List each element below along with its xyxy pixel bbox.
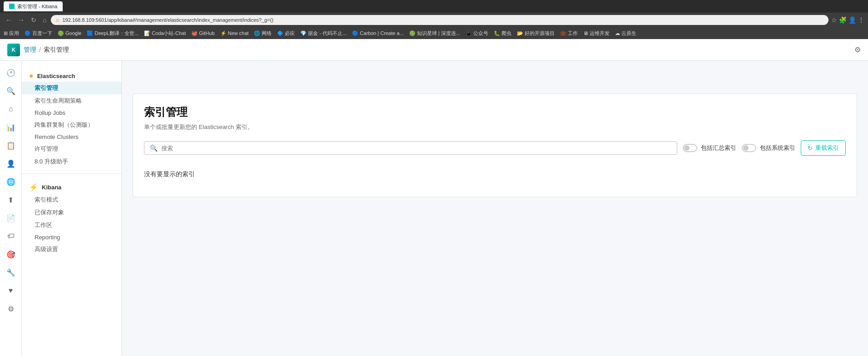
bookmark-bing[interactable]: 🔷 必应	[277, 30, 295, 37]
sidebar-icon-upload[interactable]: ⬆	[3, 192, 19, 208]
browser-chrome: 索引管理 - Kibana ← → ↻ ⌂ ⚠ 192.168.8.109:56…	[0, 0, 868, 27]
left-nav-panel: ● Elasticsearch 索引管理 索引生命周期策略 Rollup Job…	[22, 61, 122, 356]
bookmark-google[interactable]: 🟢 Google	[58, 30, 81, 36]
kibana-section-icon: ⚡	[29, 183, 38, 192]
bookmark-jujin[interactable]: 💎 据金 - 代码不止...	[300, 30, 347, 37]
main-content-area: 索引管理 单个或批量更新您的 Elasticsearch 索引。 🔍 包括汇总索…	[122, 83, 868, 356]
sidebar-icon-home[interactable]: ⌂	[3, 101, 19, 117]
bookmark-gongzhonghao[interactable]: 📱 公众号	[466, 30, 488, 37]
user-profile-icon[interactable]: 👤	[848, 16, 856, 24]
extension-icon[interactable]: 🧩	[839, 16, 847, 24]
breadcrumb-separator: /	[39, 46, 41, 54]
toggle-system: 包括系统索引	[742, 144, 795, 152]
sidebar-icon-globe[interactable]: 🌐	[3, 173, 19, 190]
toggle-rollup-oval[interactable]	[683, 144, 697, 152]
toggle-rollup-switch[interactable]: 包括汇总索引	[683, 144, 736, 152]
browser-tabs: 索引管理 - Kibana	[0, 0, 868, 13]
bookmark-opensource[interactable]: 📂 好的开源项目	[517, 30, 555, 37]
bookmark-work[interactable]: 💼 工作	[560, 30, 578, 37]
bookmark-yunnaative[interactable]: ☁ 云原生	[615, 30, 636, 37]
toggle-rollup-label: 包括汇总索引	[701, 144, 736, 152]
nav-item-reporting[interactable]: Reporting	[22, 232, 121, 243]
empty-state-message: 没有要显示的索引	[144, 170, 195, 178]
kibana-logo: K	[7, 44, 20, 56]
nav-item-rollup-jobs[interactable]: Rollup Jobs	[22, 107, 121, 119]
bookmark-github[interactable]: 🐙 GitHub	[191, 30, 214, 36]
sidebar-icon-recents[interactable]: 🕐	[3, 64, 19, 81]
sidebar-icon-search[interactable]: 🔍	[3, 83, 19, 99]
reload-button-label: 重载索引	[815, 144, 839, 152]
nav-item-license[interactable]: 许可管理	[22, 143, 121, 155]
header-right: ⚙	[854, 45, 861, 54]
sidebar-icon-alerts[interactable]: 🎯	[3, 246, 19, 262]
sidebar-icon-discover[interactable]: 📊	[3, 119, 19, 135]
browser-toolbar: ← → ↻ ⌂ ⚠ 192.168.8.109:5601/app/kibana#…	[0, 13, 868, 27]
bookmark-zhishi[interactable]: 🟢 知识星球 | 深度连...	[409, 30, 460, 37]
toggle-system-switch[interactable]: 包括系统索引	[742, 144, 795, 152]
bookmark-network[interactable]: 🌐 网络	[254, 30, 272, 37]
breadcrumb-current: 索引管理	[44, 46, 69, 54]
home-button[interactable]: ⌂	[41, 15, 48, 25]
sidebar-icon-tags[interactable]: 🏷	[3, 228, 19, 244]
bookmark-deepl[interactable]: 🟦 DeepL翻译：全世...	[87, 30, 139, 37]
breadcrumb-parent[interactable]: 管理	[24, 46, 36, 54]
sidebar-icon-settings[interactable]: ⚙	[3, 301, 19, 317]
nav-item-ccr[interactable]: 跨集群复制（公测版）	[22, 119, 121, 131]
nav-item-index-management[interactable]: 索引管理	[22, 82, 121, 94]
toolbar-row: 🔍 包括汇总索引	[144, 140, 846, 156]
bookmark-coda[interactable]: 📝 Coda小站-Chat	[144, 30, 186, 37]
page-title: 索引管理	[144, 105, 846, 119]
content-card: 索引管理 单个或批量更新您的 Elasticsearch 索引。 🔍 包括汇总索…	[133, 94, 857, 197]
search-input-icon: 🔍	[150, 144, 158, 152]
app-header: K 管理 / 索引管理 ⚙	[0, 39, 868, 61]
nav-item-ilm[interactable]: 索引生命周期策略	[22, 94, 121, 107]
nav-item-remote-clusters[interactable]: Remote Clusters	[22, 131, 121, 143]
sidebar-icon-monitoring[interactable]: ♥	[3, 282, 19, 299]
sidebar-icon-dev-tools[interactable]: 🔧	[3, 264, 19, 281]
reload-page-button[interactable]: ↻	[29, 15, 38, 25]
nav-item-upgrade[interactable]: 8.0 升级助手	[22, 155, 121, 168]
toggle-rollup-circle	[684, 145, 689, 151]
address-bar[interactable]: ⚠ 192.168.8.109:5601/app/kibana#/managem…	[51, 15, 828, 25]
tab-favicon	[9, 4, 15, 9]
forward-button[interactable]: →	[16, 15, 26, 25]
bookmark-pachong[interactable]: 🐛 爬虫	[494, 30, 511, 37]
bookmark-star-icon[interactable]: ☆	[831, 16, 837, 24]
nav-item-saved-objects[interactable]: 已保存对象	[22, 206, 121, 219]
reload-indices-button[interactable]: ↻ 重载索引	[801, 140, 846, 156]
sidebar-icon-user[interactable]: 👤	[3, 155, 19, 172]
address-text: 192.168.8.109:5601/app/kibana#/managemen…	[62, 17, 273, 23]
browser-tab-active[interactable]: 索引管理 - Kibana	[4, 1, 63, 11]
empty-state: 没有要显示的索引	[144, 163, 846, 186]
page-settings-button[interactable]: ⚙	[854, 45, 861, 54]
bookmarks-bar: ⊞ 应用 🔵 百度一下 🟢 Google 🟦 DeepL翻译：全世... 📝 C…	[0, 27, 868, 39]
app-body: 🕐 🔍 ⌂ 📊 📋 👤 🌐 ⬆ 📄 🏷 🎯 🔧 ♥ ⚙ ● Elasticsea…	[0, 61, 868, 356]
toggle-system-label: 包括系统索引	[760, 144, 795, 152]
nav-divider	[22, 173, 121, 174]
search-input[interactable]	[161, 145, 671, 152]
toggle-rollup: 包括汇总索引	[683, 144, 736, 152]
reload-icon: ↻	[808, 145, 813, 152]
bookmark-carbon[interactable]: 🔵 Carbon | Create a...	[352, 30, 403, 36]
security-icon: ⚠	[55, 18, 60, 23]
back-button[interactable]: ←	[4, 15, 14, 25]
toggle-system-oval[interactable]	[742, 144, 756, 152]
nav-item-advanced-settings[interactable]: 高级设置	[22, 243, 121, 256]
page-subtitle: 单个或批量更新您的 Elasticsearch 索引。	[144, 123, 846, 131]
sidebar-icon-reports[interactable]: 📄	[3, 210, 19, 226]
bookmark-newchat[interactable]: ⚡ New chat	[220, 30, 249, 36]
elasticsearch-section-icon: ●	[29, 72, 34, 80]
toggle-system-circle	[743, 145, 749, 151]
sidebar-icon-strip: 🕐 🔍 ⌂ 📊 📋 👤 🌐 ⬆ 📄 🏷 🎯 🔧 ♥ ⚙	[0, 61, 22, 356]
browser-toolbar-icons: ☆ 🧩 👤 ⋮	[831, 16, 864, 24]
sidebar-icon-management[interactable]: 📋	[3, 137, 19, 153]
tab-label: 索引管理 - Kibana	[17, 3, 57, 10]
menu-dots-icon[interactable]: ⋮	[858, 16, 864, 24]
nav-item-index-patterns[interactable]: 索引模式	[22, 193, 121, 206]
nav-item-workspaces[interactable]: 工作区	[22, 219, 121, 232]
elasticsearch-section-title: ● Elasticsearch	[22, 68, 121, 82]
bookmark-apps[interactable]: ⊞ 应用	[4, 30, 19, 37]
search-box[interactable]: 🔍	[144, 141, 677, 155]
bookmark-baidu[interactable]: 🔵 百度一下	[25, 30, 52, 37]
bookmark-yunwei[interactable]: 🖥 运维开发	[583, 30, 610, 37]
